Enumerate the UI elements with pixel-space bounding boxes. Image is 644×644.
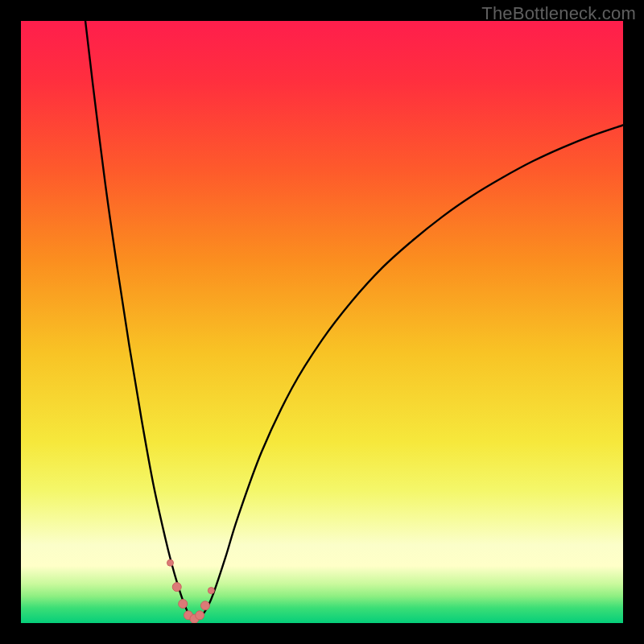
marker-dot: [208, 588, 214, 594]
marker-dot: [172, 583, 181, 592]
marker-dot: [167, 559, 174, 566]
marker-dot: [200, 601, 209, 610]
marker-dot: [196, 611, 204, 620]
chart-frame: TheBottleneck.com: [0, 0, 644, 644]
minimum-markers: [21, 21, 623, 623]
attribution-text: TheBottleneck.com: [481, 3, 636, 24]
plot-area: [21, 21, 623, 623]
marker-dot: [179, 600, 188, 609]
